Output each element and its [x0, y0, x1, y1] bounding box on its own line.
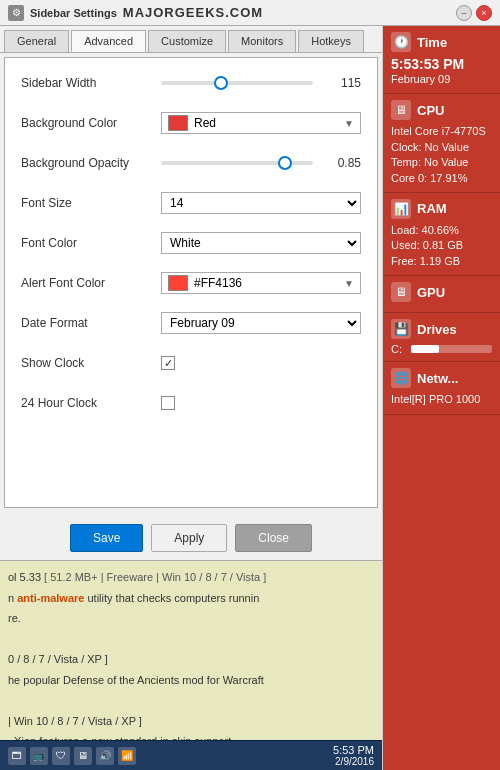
font-color-control: White Black Red Blue	[161, 232, 361, 254]
sidebar-width-row: Sidebar Width 115	[21, 70, 361, 96]
alert-font-color-dropdown[interactable]: #FF4136 ▼	[161, 272, 361, 294]
tab-hotkeys[interactable]: Hotkeys	[298, 30, 364, 52]
content-line-8: | Win 10 / 8 / 7 / Vista / XP ]	[8, 713, 374, 730]
taskbar-icons: 🗔 📺 🛡 🖥 🔊 📶	[8, 747, 136, 765]
background-color-control[interactable]: Red ▼	[161, 112, 361, 134]
cpu-icon: 🖥	[391, 100, 411, 120]
action-buttons: Save Apply Close	[0, 512, 382, 560]
save-button[interactable]: Save	[70, 524, 143, 552]
drive-c-track	[411, 345, 492, 353]
content-line-9: . Xion features a new standard in skin s…	[8, 733, 374, 740]
cpu-temp: Temp: No Value	[391, 155, 492, 170]
hour24-clock-row: 24 Hour Clock	[21, 390, 361, 416]
font-color-row: Font Color White Black Red Blue	[21, 230, 361, 256]
tab-customize[interactable]: Customize	[148, 30, 226, 52]
network-icon: 🌐	[391, 368, 411, 388]
ram-section: 📊 RAM Load: 40.66% Used: 0.81 GB Free: 1…	[383, 193, 500, 276]
font-size-label: Font Size	[21, 196, 161, 210]
network-value: Intel[R] PRO 1000	[391, 392, 492, 407]
time-title: Time	[417, 35, 447, 50]
content-line-7	[8, 692, 374, 709]
gpu-section: 🖥 GPU	[383, 276, 500, 313]
font-size-select[interactable]: 14 8 10 12 16 18	[161, 192, 361, 214]
time-icon: 🕐	[391, 32, 411, 52]
settings-panel: General Advanced Customize Monitors Hotk…	[0, 26, 383, 770]
time-date: February 09	[391, 72, 492, 87]
background-color-row: Background Color Red ▼	[21, 110, 361, 136]
ram-title: RAM	[417, 201, 447, 216]
date-format-select[interactable]: February 09 09/02 2016-02-09	[161, 312, 361, 334]
taskbar: 🗔 📺 🛡 🖥 🔊 📶 5:53 PM 2/9/2016	[0, 740, 382, 770]
alert-font-color-swatch	[168, 275, 188, 291]
network-section: 🌐 Netw... Intel[R] PRO 1000	[383, 362, 500, 414]
taskbar-icon-4[interactable]: 🖥	[74, 747, 92, 765]
alert-font-color-label: Alert Font Color	[21, 276, 161, 290]
font-size-control: 14 8 10 12 16 18	[161, 192, 361, 214]
app-icon: ⚙	[8, 5, 24, 21]
date-format-control: February 09 09/02 2016-02-09	[161, 312, 361, 334]
ram-icon: 📊	[391, 199, 411, 219]
sidebar-width-label: Sidebar Width	[21, 76, 161, 90]
time-section: 🕐 Time 5:53:53 PM February 09	[383, 26, 500, 94]
drives-icon: 💾	[391, 319, 411, 339]
alert-font-color-control[interactable]: #FF4136 ▼	[161, 272, 361, 294]
tabs-container: General Advanced Customize Monitors Hotk…	[0, 26, 382, 53]
taskbar-icon-5[interactable]: 🔊	[96, 747, 114, 765]
sidebar-width-control: 115	[161, 76, 361, 90]
background-opacity-slider[interactable]	[161, 161, 313, 165]
show-clock-row: Show Clock	[21, 350, 361, 376]
hour24-clock-label: 24 Hour Clock	[21, 396, 161, 410]
drives-section: 💾 Drives C:	[383, 313, 500, 362]
title-bar: ⚙ Sidebar Settings MAJORGEEKS.COM – ×	[0, 0, 500, 26]
cpu-section: 🖥 CPU Intel Core i7-4770S Clock: No Valu…	[383, 94, 500, 193]
network-title: Netw...	[417, 371, 458, 386]
sidebar-width-slider[interactable]	[161, 81, 313, 85]
cpu-title: CPU	[417, 103, 444, 118]
tab-monitors[interactable]: Monitors	[228, 30, 296, 52]
background-opacity-value: 0.85	[321, 156, 361, 170]
taskbar-time: 5:53 PM	[333, 744, 374, 756]
content-line-1: ol 5.33 [ 51.2 MB+ | Freeware | Win 10 /…	[8, 569, 374, 586]
show-clock-checkbox[interactable]	[161, 356, 175, 370]
taskbar-clock: 5:53 PM 2/9/2016	[333, 744, 374, 767]
taskbar-icon-3[interactable]: 🛡	[52, 747, 70, 765]
content-line-2: n anti-malware utility that checks compu…	[8, 590, 374, 607]
gpu-icon: 🖥	[391, 282, 411, 302]
drive-c-bar: C:	[391, 343, 492, 355]
tab-advanced[interactable]: Advanced	[71, 30, 146, 52]
background-color-dropdown[interactable]: Red ▼	[161, 112, 361, 134]
background-color-arrow: ▼	[344, 118, 354, 129]
content-line-4	[8, 631, 374, 648]
background-color-label: Background Color	[21, 116, 161, 130]
close-button[interactable]: Close	[235, 524, 312, 552]
drive-c-fill	[411, 345, 439, 353]
settings-content: Sidebar Width 115 Background Color Red ▼	[4, 57, 378, 508]
taskbar-icon-2[interactable]: 📺	[30, 747, 48, 765]
cpu-core0: Core 0: 17.91%	[391, 171, 492, 186]
sidebar-panel: 🕐 Time 5:53:53 PM February 09 🖥 CPU Inte…	[383, 26, 500, 770]
apply-button[interactable]: Apply	[151, 524, 227, 552]
cpu-model: Intel Core i7-4770S	[391, 124, 492, 139]
background-opacity-control: 0.85	[161, 156, 361, 170]
ram-used: Used: 0.81 GB	[391, 238, 492, 253]
font-size-row: Font Size 14 8 10 12 16 18	[21, 190, 361, 216]
alert-font-color-row: Alert Font Color #FF4136 ▼	[21, 270, 361, 296]
taskbar-icon-6[interactable]: 📶	[118, 747, 136, 765]
app-subtitle: MAJORGEEKS.COM	[123, 5, 263, 20]
content-line-6: he popular Defense of the Ancients mod f…	[8, 672, 374, 689]
content-line-3: re.	[8, 610, 374, 627]
minimize-button[interactable]: –	[456, 5, 472, 21]
cpu-clock: Clock: No Value	[391, 140, 492, 155]
taskbar-icon-1[interactable]: 🗔	[8, 747, 26, 765]
content-area: ol 5.33 [ 51.2 MB+ | Freeware | Win 10 /…	[0, 560, 382, 740]
close-window-button[interactable]: ×	[476, 5, 492, 21]
taskbar-date: 2/9/2016	[335, 756, 374, 767]
tab-general[interactable]: General	[4, 30, 69, 52]
show-clock-control	[161, 356, 361, 370]
drives-title: Drives	[417, 322, 457, 337]
gpu-title: GPU	[417, 285, 445, 300]
font-color-select[interactable]: White Black Red Blue	[161, 232, 361, 254]
hour24-clock-checkbox[interactable]	[161, 396, 175, 410]
app-title: Sidebar Settings	[30, 7, 117, 19]
drive-c-label: C:	[391, 343, 407, 355]
